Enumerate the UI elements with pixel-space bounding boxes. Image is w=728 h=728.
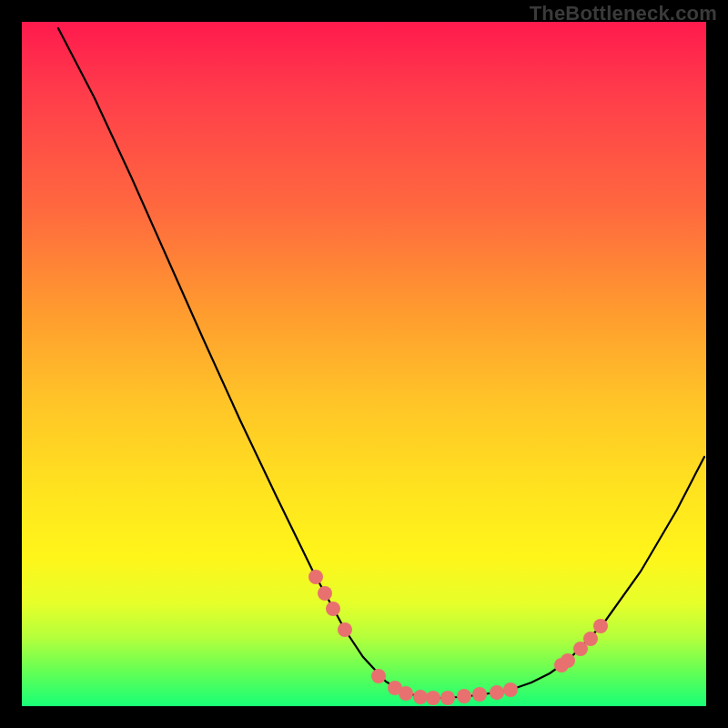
curve-marker [503,682,518,697]
plot-area [22,22,706,706]
bottleneck-curve [58,28,704,698]
curve-markers [308,570,608,705]
curve-marker [326,602,340,616]
curve-marker [308,570,323,584]
curve-marker [371,669,386,683]
curve-marker [338,622,352,637]
curve-marker [440,691,455,705]
curve-marker [399,686,413,701]
curve-marker [583,632,598,646]
curve-marker [426,691,440,705]
curve-marker [318,586,332,601]
curve-marker [593,619,608,633]
curve-marker [457,689,471,703]
curve-marker [413,690,428,704]
curve-marker [561,653,575,668]
chart-svg [22,22,706,706]
curve-marker [472,687,487,702]
curve-marker [490,685,504,700]
chart-frame: TheBottleneck.com [0,0,728,728]
